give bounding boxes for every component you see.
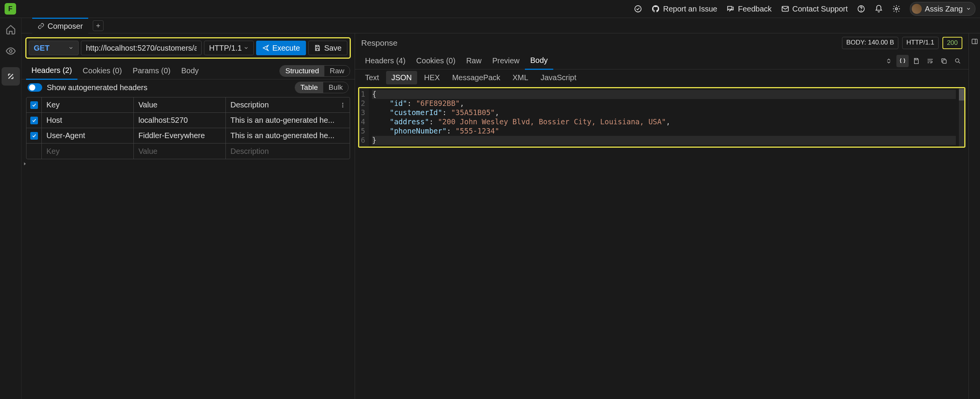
report-issue-link[interactable]: Report an Issue [651,5,717,13]
protocol-badge: HTTP/1.1 [902,37,939,49]
col-key: Key [42,97,134,112]
execute-button[interactable]: Execute [256,41,306,55]
response-title: Response [361,38,398,48]
settings-icon[interactable] [892,5,901,13]
row-checkbox[interactable] [30,132,38,140]
subtab-headers[interactable]: Headers (2) [26,62,77,80]
chevron-down-icon [243,45,249,51]
json-code: { "id": "6FE892BB", "customerId": "35A51… [369,88,959,147]
request-subtabs: Headers (2) Cookies (0) Params (0) Body … [21,63,355,79]
save-icon [314,45,321,51]
svg-rect-11 [972,39,977,44]
fmt-text[interactable]: Text [360,71,385,84]
user-menu[interactable]: Assis Zang [910,2,975,16]
table-bulk-toggle: Table Bulk [295,82,349,93]
chevron-down-icon [68,45,74,51]
header-value[interactable]: Fiddler-Everywhere [134,128,226,143]
avatar [912,4,922,14]
resp-subtab-preview[interactable]: Preview [487,53,525,69]
raw-option[interactable]: Raw [324,66,350,76]
status-ok-icon[interactable] [634,5,642,13]
chevron-down-icon [966,6,971,12]
composer-nav-icon[interactable] [2,67,20,86]
subtab-body[interactable]: Body [176,63,204,79]
header-desc-input[interactable]: Description [226,143,350,159]
right-panel-toggle[interactable] [968,33,980,399]
fmt-msgpack[interactable]: MessagePack [447,71,506,84]
resp-subtab-headers[interactable]: Headers (4) [360,53,411,69]
eye-icon[interactable] [5,46,16,56]
notifications-icon[interactable] [875,5,883,13]
header-desc[interactable]: This is an auto-generated he... [226,113,350,128]
header-key-input[interactable]: Key [42,143,134,159]
contact-support-label: Contact Support [793,5,848,13]
table-more-button[interactable] [336,97,350,112]
home-icon[interactable] [5,24,16,35]
request-pane: GET HTTP/1.1 Execute [21,33,355,399]
response-pane: Response BODY: 140.00 B HTTP/1.1 200 Hea… [355,33,968,399]
header-value-input[interactable]: Value [134,143,226,159]
view-mode-toggle: Structured Raw [280,65,350,77]
row-checkbox[interactable] [30,117,38,124]
svg-point-7 [342,104,344,106]
json-editor[interactable]: 1 2 3 4 5 6 { "id": "6FE892BB", "custome… [359,88,964,147]
show-autogen-toggle[interactable] [28,83,42,92]
mail-icon [781,5,789,13]
table-option[interactable]: Table [295,82,323,93]
header-desc[interactable]: This is an auto-generated he... [226,128,350,143]
header-key[interactable]: User-Agent [42,128,134,143]
protocol-select[interactable]: HTTP/1.1 [204,41,254,55]
bulk-option[interactable]: Bulk [323,82,348,93]
header-key[interactable]: Host [42,113,134,128]
svg-point-8 [342,106,344,107]
fmt-hex[interactable]: HEX [419,71,445,84]
github-icon [651,5,660,13]
table-row-new: Key Value Description [26,143,350,159]
fmt-xml[interactable]: XML [507,71,534,84]
scrollbar[interactable] [959,88,964,147]
col-description: Description [226,97,336,112]
fmt-js[interactable]: JavaScript [535,71,582,84]
execute-label: Execute [272,44,300,53]
resp-subtab-cookies[interactable]: Cookies (0) [411,53,461,69]
protocol-label: HTTP/1.1 [209,44,242,53]
json-body-highlight: 1 2 3 4 5 6 { "id": "6FE892BB", "custome… [358,87,965,148]
add-tab-button[interactable] [93,20,104,31]
expand-rail-icon[interactable] [22,161,28,167]
titlebar: F Report an Issue Feedback Contact Suppo… [0,0,980,18]
headers-table: Key Value Description Host localhost:527… [26,97,350,159]
format-braces-icon[interactable] [896,55,909,67]
resp-subtab-body[interactable]: Body [525,52,553,70]
url-input[interactable] [81,41,202,55]
method-select[interactable]: GET [29,41,79,55]
collapse-icon[interactable] [883,55,895,67]
help-icon[interactable] [857,5,865,13]
table-row: User-Agent Fiddler-Everywhere This is an… [26,128,350,143]
app-logo: F [5,3,16,15]
save-button[interactable]: Save [308,41,347,55]
resp-subtab-raw[interactable]: Raw [461,53,487,69]
table-row: Host localhost:5270 This is an auto-gene… [26,113,350,128]
save-body-icon[interactable] [910,55,922,67]
wrap-icon[interactable] [924,55,936,67]
left-rail [0,18,21,399]
structured-option[interactable]: Structured [280,66,324,76]
subtab-params[interactable]: Params (0) [127,63,176,79]
header-value[interactable]: localhost:5270 [134,113,226,128]
fmt-json[interactable]: JSON [386,71,417,84]
tab-composer[interactable]: Composer [32,18,88,34]
select-all-checkbox[interactable] [30,101,38,109]
svg-point-0 [635,6,641,12]
svg-point-4 [895,8,898,10]
svg-point-10 [955,59,959,62]
svg-point-6 [342,103,344,104]
svg-point-3 [861,10,862,11]
contact-support-link[interactable]: Contact Support [781,5,848,13]
search-icon[interactable] [952,55,964,67]
autogen-row: Show autogenerated headers Table Bulk [21,79,355,96]
subtab-cookies[interactable]: Cookies (0) [77,63,127,79]
feedback-link[interactable]: Feedback [727,5,772,13]
method-label: GET [34,44,49,53]
chat-icon [727,5,735,13]
copy-icon[interactable] [938,55,950,67]
